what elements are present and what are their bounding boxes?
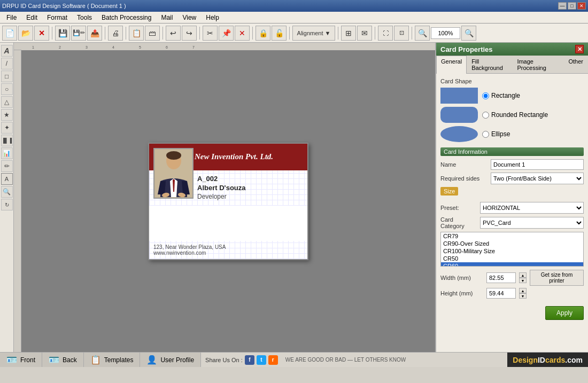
brand-cards: cards	[545, 356, 565, 364]
redo-button[interactable]: ↪	[182, 26, 197, 41]
sides-select[interactable]: Two (Front/Back Side) One (Front Side)	[491, 173, 584, 184]
preset-label: Preset:	[440, 205, 478, 211]
export-button[interactable]: 📤	[87, 26, 102, 41]
menu-batch[interactable]: Batch Processing	[97, 13, 156, 22]
list-item-cr60[interactable]: CR60	[441, 262, 583, 267]
tab-image-processing[interactable]: Image Processing	[512, 56, 563, 73]
tab-templates[interactable]: 📋 Templates	[84, 353, 141, 367]
left-toolbar: A / □ ○ △ ★ ✦ ▐▌▐ 📊 ✏ A 🔍 ↻	[0, 43, 14, 352]
card-size-list[interactable]: CR79 CR90-Over Sized CR100-Military Size…	[440, 232, 584, 267]
draw-tool[interactable]: ✏	[1, 160, 13, 172]
category-label: Card Category	[440, 216, 478, 229]
menu-file[interactable]: File	[2, 13, 21, 22]
copy-button[interactable]: 📋	[129, 26, 144, 41]
close-doc-button[interactable]: ✕	[34, 26, 49, 41]
facebook-icon[interactable]: f	[245, 355, 254, 365]
save-button[interactable]: 💾	[55, 26, 70, 41]
close-button[interactable]: ✕	[577, 2, 586, 10]
list-item-cr50[interactable]: CR50	[441, 255, 583, 262]
zoom-out-button[interactable]: 🔍	[415, 26, 430, 41]
width-label: Width (mm)	[440, 275, 483, 281]
brand-com: com	[567, 356, 583, 364]
brand-id: ID	[538, 356, 545, 364]
fit-button[interactable]: ⛶	[378, 26, 393, 41]
text-tool[interactable]: A	[1, 45, 13, 57]
lock-button[interactable]: 🔒	[256, 26, 270, 41]
ellipse-option: Ellipse	[440, 126, 584, 142]
get-size-button[interactable]: Get size from printer	[530, 270, 584, 286]
height-input[interactable]	[486, 288, 516, 299]
tab-fill-background[interactable]: Fill Background	[467, 56, 512, 73]
rectangle-option: Rectangle	[440, 88, 584, 104]
category-select[interactable]: PVC_Card Paper_Card	[480, 217, 584, 229]
menu-format[interactable]: Format	[43, 13, 72, 22]
new-button[interactable]: 📄	[2, 26, 17, 41]
barcode-tool[interactable]: ▐▌▐	[1, 135, 13, 146]
tab-other[interactable]: Other	[563, 56, 588, 73]
height-up[interactable]: ▲	[519, 288, 527, 293]
height-label: Height (mm)	[440, 290, 483, 296]
rounded-radio[interactable]	[482, 112, 489, 119]
list-item-cr79[interactable]: CR79	[441, 232, 583, 240]
tab-user-profile[interactable]: 👤 User Profile	[140, 353, 201, 367]
delete-button[interactable]: ✕	[235, 26, 250, 41]
apply-button[interactable]: Apply	[545, 306, 584, 320]
unlock-button[interactable]: 🔓	[272, 26, 287, 41]
shape-tool[interactable]: ✦	[1, 122, 13, 134]
alignment-button[interactable]: Alignment ▼	[292, 26, 335, 41]
width-down[interactable]: ▼	[519, 278, 527, 283]
menu-edit[interactable]: Edit	[22, 13, 42, 22]
font-tool[interactable]: A	[1, 173, 13, 185]
size-header: Size	[440, 187, 458, 196]
width-up[interactable]: ▲	[519, 272, 527, 278]
zoom-out-box[interactable]: ⊡	[394, 26, 409, 41]
maximize-button[interactable]: □	[568, 2, 576, 10]
zoom-in-button[interactable]: 🔍	[461, 26, 476, 41]
menu-view[interactable]: View	[178, 13, 200, 22]
save-as-button[interactable]: 💾✏	[71, 26, 86, 41]
chart-tool[interactable]: 📊	[1, 147, 13, 159]
menu-help[interactable]: Help	[202, 13, 223, 22]
rect-tool[interactable]: □	[1, 71, 13, 82]
width-input[interactable]	[486, 272, 516, 283]
tab-front[interactable]: 🪪 Front	[0, 353, 42, 367]
star-tool[interactable]: ★	[1, 109, 13, 121]
paste-button[interactable]: 📌	[219, 26, 234, 41]
line-tool[interactable]: /	[1, 58, 13, 69]
rotate-tool[interactable]: ↻	[1, 199, 13, 210]
rss-icon[interactable]: r	[268, 355, 278, 365]
mail-button[interactable]: ✉	[357, 26, 372, 41]
preset-select[interactable]: HORIZONTAL VERTICAL	[480, 202, 584, 214]
print-button[interactable]: 🖨	[108, 26, 123, 41]
rectangle-label[interactable]: Rectangle	[482, 92, 520, 99]
rectangle-preview	[440, 88, 478, 104]
cut-button[interactable]: ✂	[203, 26, 218, 41]
id-card[interactable]: New Invention Pvt. Ltd.	[148, 143, 308, 260]
rounded-label[interactable]: Rounded Rectangle	[482, 111, 548, 119]
rectangle-text: Rectangle	[491, 92, 520, 99]
ellipse-tool[interactable]: ○	[1, 83, 13, 95]
menu-tools[interactable]: Tools	[73, 13, 96, 22]
name-input[interactable]	[491, 159, 584, 170]
tab-general[interactable]: General	[436, 56, 467, 74]
triangle-tool[interactable]: △	[1, 96, 13, 108]
twitter-icon[interactable]: t	[257, 355, 266, 365]
zoom-tool[interactable]: 🔍	[1, 186, 13, 198]
rectangle-radio[interactable]	[482, 92, 489, 99]
ruler-ticks: 1 2 3 4 5 6 7	[21, 43, 435, 50]
tab-back[interactable]: 🪪 Back	[42, 353, 84, 367]
database-button[interactable]: 🗃	[145, 26, 160, 41]
menu-mail[interactable]: Mail	[157, 13, 177, 22]
ellipse-radio[interactable]	[482, 131, 489, 138]
height-down[interactable]: ▼	[519, 293, 527, 299]
list-item-cr100[interactable]: CR100-Military Size	[441, 247, 583, 255]
minimize-button[interactable]: —	[558, 2, 567, 10]
open-button[interactable]: 📂	[18, 26, 33, 41]
zoom-input[interactable]: 100%	[431, 27, 460, 39]
list-item-cr90[interactable]: CR90-Over Sized	[441, 240, 583, 247]
panel-close-button[interactable]: ✕	[575, 45, 584, 53]
grid-button[interactable]: ⊞	[341, 26, 356, 41]
undo-button[interactable]: ↩	[166, 26, 181, 41]
ellipse-label[interactable]: Ellipse	[482, 130, 510, 138]
width-row: Width (mm) ▲ ▼ Get size from printer	[440, 270, 584, 286]
